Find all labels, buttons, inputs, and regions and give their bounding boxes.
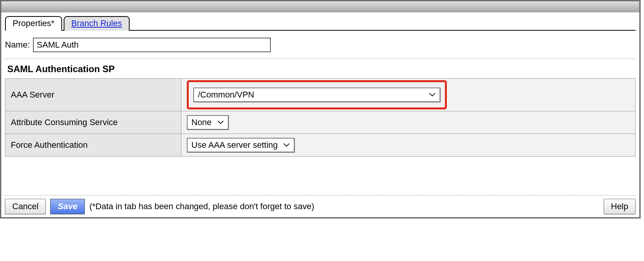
select-aaa-server[interactable]: /Common/VPN: [193, 88, 440, 102]
row-force-authentication: Force Authentication Use AAA server sett…: [5, 134, 636, 157]
tab-properties-label: Properties*: [13, 18, 54, 28]
name-row: Name:: [5, 38, 636, 52]
name-input[interactable]: [33, 38, 271, 52]
label-aaa-server: AAA Server: [5, 79, 181, 111]
tab-branch-rules[interactable]: Branch Rules: [64, 16, 130, 31]
tab-row: Properties* Branch Rules: [5, 16, 636, 31]
row-attribute-consuming: Attribute Consuming Service None: [5, 111, 636, 134]
cancel-button-label: Cancel: [12, 202, 38, 211]
label-attribute-consuming: Attribute Consuming Service: [5, 111, 181, 134]
chevron-down-icon: [283, 143, 290, 147]
select-force-authentication-value: Use AAA server setting: [191, 140, 278, 150]
help-button[interactable]: Help: [604, 199, 636, 214]
titlebar: [1, 1, 639, 12]
settings-table: AAA Server /Common/VPN Attribute Consumi…: [5, 78, 636, 157]
separator-top: [5, 58, 636, 59]
section-title: SAML Authentication SP: [7, 64, 636, 74]
window-frame: Properties* Branch Rules Name: SAML Auth…: [0, 0, 641, 218]
highlight-aaa-server: /Common/VPN: [187, 80, 447, 109]
select-aaa-server-value: /Common/VPN: [198, 90, 254, 100]
separator-bottom: [5, 195, 636, 196]
save-button[interactable]: Save: [50, 199, 84, 214]
chevron-down-icon: [217, 120, 224, 125]
select-attribute-consuming[interactable]: None: [187, 115, 229, 130]
chevron-down-icon: [429, 93, 436, 97]
select-attribute-consuming-value: None: [191, 117, 212, 127]
save-hint: (*Data in tab has been changed, please d…: [89, 202, 599, 211]
help-button-label: Help: [611, 202, 628, 211]
tab-properties[interactable]: Properties*: [5, 16, 62, 31]
cancel-button[interactable]: Cancel: [5, 199, 46, 214]
save-button-label: Save: [58, 202, 77, 211]
name-label: Name:: [5, 40, 30, 50]
select-force-authentication[interactable]: Use AAA server setting: [187, 138, 295, 152]
row-aaa-server: AAA Server /Common/VPN: [5, 79, 636, 111]
tab-branch-rules-label: Branch Rules: [71, 18, 122, 28]
footer: Cancel Save (*Data in tab has been chang…: [5, 199, 636, 214]
label-force-authentication: Force Authentication: [5, 134, 181, 157]
